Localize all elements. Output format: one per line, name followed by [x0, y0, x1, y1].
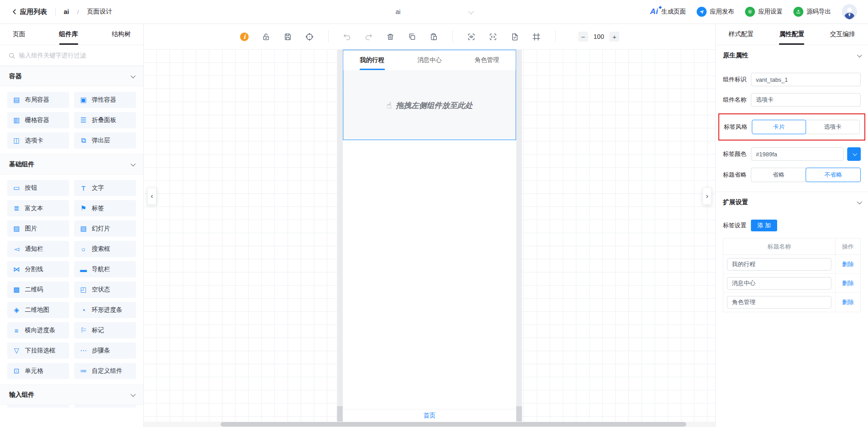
component-card[interactable]: ≣ 富文本 [7, 200, 69, 216]
redo-button[interactable] [364, 32, 374, 42]
phone-right-scrollbar[interactable] [516, 50, 522, 422]
component-card[interactable]: ⚑ 标签 [74, 200, 136, 216]
delete-row-link[interactable]: 删除 [842, 298, 854, 306]
add-tab-button[interactable]: 添加 [751, 220, 777, 231]
page-check-button[interactable] [510, 32, 520, 42]
preview-button[interactable] [467, 32, 476, 42]
component-card[interactable]: ⊡ 单元格 [7, 363, 69, 379]
component-label: 选项卡 [25, 136, 43, 145]
selected-tabs-component[interactable]: 选项卡_vant_tabs_1 我的行程 消息中心 角色管理 ☝ 拖拽左侧组件放… [343, 50, 516, 140]
tab-title-input[interactable] [727, 277, 831, 290]
info-button[interactable]: i [240, 32, 250, 42]
component-card[interactable]: ○ 搜索框 [74, 241, 136, 257]
tab-title-input[interactable] [727, 296, 831, 309]
tab-property-config[interactable]: 属性配置 [766, 24, 817, 45]
topbar: 应用列表 ai / 页面设计 ai Ai 生成页面 应用发布 应用设置 [0, 0, 868, 24]
component-card[interactable]: ≔ 自定义组件 [74, 363, 136, 379]
sidebar-tabs: 页面 组件库 结构树 [0, 24, 143, 45]
zoom-in-button[interactable]: + [609, 32, 619, 42]
phone-tab-message-center[interactable]: 消息中心 [401, 50, 458, 70]
save-button[interactable] [283, 32, 293, 42]
tab-color-input[interactable] [751, 147, 844, 161]
tab-pages[interactable]: 页面 [13, 24, 25, 45]
dropzone-hint: 拖拽左侧组件放至此处 [396, 100, 473, 111]
section-title: 原生属性 [723, 52, 748, 60]
component-card[interactable]: ◔ 环形进度条 [74, 302, 136, 318]
component-card[interactable]: ▨ 图片 [7, 221, 69, 237]
component-card[interactable]: ▧ 幻灯片 [74, 221, 136, 237]
header-operation: 操作 [835, 239, 860, 254]
component-card[interactable]: ▥ 栅格容器 [7, 112, 69, 128]
undo-button[interactable] [342, 32, 352, 42]
component-card[interactable]: ◫ 选项卡 [7, 132, 69, 149]
component-name-input[interactable] [751, 93, 861, 107]
scrollbar-thumb[interactable] [221, 422, 686, 427]
breadcrumb-app[interactable]: ai [64, 8, 69, 15]
component-card[interactable]: T 文字 [74, 180, 136, 196]
tab-structure-tree[interactable]: 结构树 [112, 24, 131, 45]
locate-button[interactable] [305, 32, 315, 42]
phone-tab-role-management[interactable]: 角色管理 [458, 50, 516, 70]
back-to-app-list[interactable]: 应用列表 [11, 8, 47, 16]
component-card[interactable]: ⚐ 标记 [74, 322, 136, 338]
search-input[interactable] [19, 52, 135, 59]
component-card[interactable]: ◈ 二维地图 [7, 302, 69, 318]
component-card[interactable]: ⧉ 弹出层 [74, 132, 136, 149]
tab-title-input[interactable] [727, 258, 831, 271]
component-card[interactable]: ▩ 二维码 [7, 282, 69, 298]
copy-button[interactable] [407, 32, 417, 42]
tab-style-config[interactable]: 样式配置 [716, 24, 766, 45]
option-card[interactable]: 卡片 [752, 120, 806, 134]
zoom-out-button[interactable]: − [578, 32, 588, 42]
option-no-ellipsis[interactable]: 不省略 [806, 168, 861, 182]
component-label: 环形进度条 [92, 306, 123, 314]
app-settings-button[interactable]: 应用设置 [745, 7, 783, 17]
component-card[interactable]: ◰ 空状态 [74, 282, 136, 298]
publish-icon [697, 7, 707, 17]
option-ellipsis[interactable]: 省略 [751, 168, 806, 182]
component-label: 导航栏 [92, 265, 110, 273]
component-card[interactable]: ▤ 布局容器 [7, 92, 69, 108]
component-card[interactable]: ▭ 按钮 [7, 180, 69, 196]
app-publish-button[interactable]: 应用发布 [697, 7, 734, 17]
toolbar-divider [328, 31, 329, 42]
component-card[interactable]: ☰ 折叠面板 [74, 112, 136, 128]
collapse-left-panel-handle[interactable]: ‹ [147, 188, 156, 205]
delete-row-link[interactable]: 删除 [842, 260, 854, 268]
component-card[interactable]: ⋈ 分割线 [7, 261, 69, 277]
chevron-down-icon[interactable] [468, 8, 474, 14]
delete-button[interactable] [386, 32, 396, 42]
save-icon [283, 33, 292, 41]
generate-page-button[interactable]: Ai 生成页面 [650, 7, 686, 16]
tab-interaction-config[interactable]: 交互编排 [817, 24, 868, 45]
source-export-button[interactable]: 源码导出 [793, 7, 831, 17]
phone-left-scrollbar[interactable] [337, 50, 343, 422]
phone-tab-my-trips[interactable]: 我的行程 [344, 50, 401, 70]
source-code-button[interactable] [488, 32, 498, 42]
extended-settings-header[interactable]: 扩展设置 [723, 192, 861, 213]
tab-component-library[interactable]: 组件库 [59, 24, 78, 45]
component-card[interactable]: ▽ 下拉筛选框 [7, 343, 69, 359]
artboard-button[interactable] [532, 32, 542, 42]
component-card[interactable]: ◅ 通知栏 [7, 241, 69, 257]
tabbar-home-link[interactable]: 首页 [424, 412, 436, 420]
component-card[interactable]: ▣ 弹性容器 [74, 92, 136, 108]
collapse-right-panel-handle[interactable]: › [703, 188, 712, 205]
component-card[interactable]: ⋯ 步骤条 [74, 343, 136, 359]
color-picker-button[interactable] [847, 147, 861, 161]
component-dropzone[interactable]: ☝ 拖拽左侧组件放至此处 [344, 70, 516, 141]
component-card[interactable]: ▬ 导航栏 [74, 261, 136, 277]
paste-button[interactable] [429, 32, 439, 42]
component-card[interactable]: ≡ 横向进度条 [7, 322, 69, 338]
native-properties-header[interactable]: 原生属性 [723, 45, 861, 66]
user-avatar[interactable] [842, 4, 857, 19]
lock-button[interactable] [261, 32, 271, 42]
component-id-input[interactable] [751, 73, 861, 86]
canvas-horizontal-scrollbar[interactable] [144, 422, 715, 427]
option-tab-card[interactable]: 选项卡 [806, 120, 860, 134]
delete-row-link[interactable]: 删除 [842, 279, 854, 287]
section-containers[interactable]: 容器 [0, 66, 143, 86]
section-input-components[interactable]: 输入组件 [0, 385, 143, 405]
component-label: 单元格 [25, 367, 43, 375]
section-basic-components[interactable]: 基础组件 [0, 154, 143, 174]
